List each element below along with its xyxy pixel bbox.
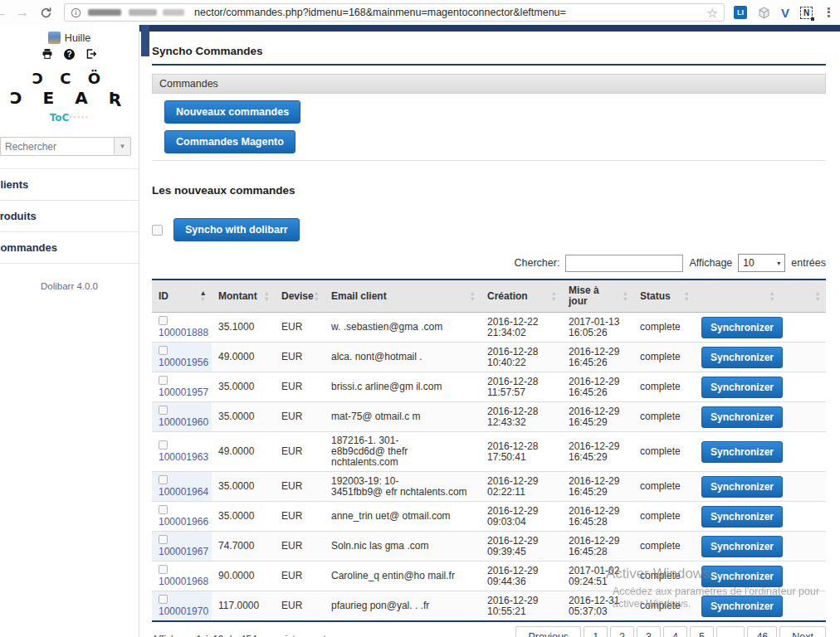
- nouveaux-commandes-button[interactable]: Nouveaux commandes: [164, 100, 300, 124]
- synchronizer-button[interactable]: Synchronizer: [701, 347, 783, 368]
- column-header-extra[interactable]: ▲▼: [780, 280, 826, 313]
- update-cell: 2016-12-31 05:37:03: [562, 591, 633, 622]
- synchronizer-button[interactable]: Synchronizer: [701, 317, 783, 338]
- order-id-link[interactable]: 100001957: [159, 387, 205, 398]
- row-checkbox[interactable]: [159, 565, 168, 574]
- column-header-id[interactable]: ID ▲▼: [152, 280, 212, 313]
- forward-icon[interactable]: →: [16, 6, 29, 19]
- order-id-link[interactable]: 100001966: [159, 517, 205, 528]
- row-checkbox[interactable]: [159, 475, 168, 484]
- table-row: 100001963 49.0000 EUR 187216-1. 301- e8b…: [152, 432, 826, 472]
- page-info-icon[interactable]: [71, 7, 81, 18]
- order-id-link[interactable]: 100001970: [159, 606, 205, 617]
- row-checkbox[interactable]: [159, 316, 168, 325]
- column-header-email[interactable]: Email client ▲▼: [325, 280, 481, 313]
- back-icon[interactable]: ←: [0, 6, 7, 19]
- column-header-status[interactable]: Status ▲▼: [633, 280, 695, 313]
- extra-cell: [780, 372, 826, 402]
- row-checkbox[interactable]: [159, 535, 168, 544]
- user-row[interactable]: Huille: [0, 32, 139, 44]
- synchronizer-button[interactable]: Synchronizer: [701, 377, 783, 398]
- update-cell: 2017-01-02 09:24:51: [562, 562, 633, 591]
- synchronizer-button[interactable]: Synchronizer: [701, 476, 783, 498]
- synchronizer-button[interactable]: Synchronizer: [701, 506, 783, 528]
- pagination-button[interactable]: 46: [747, 626, 777, 637]
- synchronizer-button[interactable]: Synchronizer: [701, 536, 783, 557]
- update-cell: 2016-12-29 16:45:29: [562, 402, 633, 432]
- column-header-mise-a-jour[interactable]: Mise à jour ▲▼: [562, 280, 633, 313]
- pagination-button[interactable]: 1: [584, 626, 608, 637]
- email-cell: 192003-19: 10- 3451fbb9@ efr nchtalents.…: [325, 472, 481, 502]
- status-cell: complete: [633, 591, 695, 622]
- row-checkbox[interactable]: [159, 505, 168, 514]
- row-checkbox[interactable]: [159, 376, 168, 385]
- order-id-link[interactable]: 100001968: [159, 576, 205, 587]
- order-id-link[interactable]: 100001888: [159, 328, 205, 338]
- row-checkbox[interactable]: [159, 406, 168, 415]
- n-clipper-extension-icon[interactable]: N: [800, 7, 813, 19]
- sort-icon: ▲▼: [769, 290, 775, 302]
- browser-menu-icon[interactable]: ⋮: [823, 5, 835, 20]
- select-all-checkbox[interactable]: [152, 225, 163, 236]
- page-size-select[interactable]: 10 ▾: [738, 254, 785, 272]
- email-cell: brissi.c arline@gm il.com: [325, 372, 481, 402]
- logout-icon[interactable]: [85, 48, 97, 60]
- pagination-button[interactable]: 2: [610, 626, 634, 637]
- sort-icon: ▲▼: [684, 290, 690, 302]
- row-checkbox[interactable]: [159, 440, 168, 450]
- pagination-button[interactable]: Previous: [515, 626, 581, 637]
- sidebar-menu-item[interactable]: Produits: [0, 200, 139, 231]
- pagination-button[interactable]: 4: [663, 626, 687, 637]
- cube-extension-icon[interactable]: [758, 7, 770, 19]
- column-header-action[interactable]: ▲▼: [695, 280, 780, 313]
- table-row: 100001964 35.0000 EUR 192003-19: 10- 345…: [152, 472, 826, 502]
- column-header-creation[interactable]: Création ▲▼: [481, 280, 562, 313]
- syncho-with-dolibarr-button[interactable]: Syncho with dolibarr: [173, 218, 300, 241]
- logo-subtext-tail: ·····: [69, 112, 89, 124]
- status-cell: complete: [633, 502, 695, 532]
- v-extension-icon[interactable]: V: [781, 7, 789, 19]
- creation-cell: 2016-12-29 09:03:04: [481, 502, 562, 532]
- commandes-magento-button[interactable]: Commandes Magento: [164, 130, 295, 153]
- extra-cell: [780, 402, 826, 432]
- bookmark-star-icon[interactable]: ☆: [707, 7, 718, 19]
- search-input[interactable]: [0, 137, 114, 156]
- title-underline: [152, 64, 826, 66]
- status-cell: complete: [633, 432, 695, 472]
- synchronizer-button[interactable]: Synchronizer: [701, 441, 783, 463]
- synchronizer-button[interactable]: Synchronizer: [701, 566, 783, 587]
- synchronizer-button[interactable]: Synchronizer: [701, 596, 783, 617]
- row-checkbox[interactable]: [159, 595, 168, 604]
- sort-icon: ▲▼: [200, 290, 207, 302]
- order-id-link[interactable]: 100001960: [159, 417, 205, 428]
- synchronizer-button[interactable]: Synchronizer: [701, 406, 783, 428]
- pagination-ellipsis: …: [716, 626, 745, 637]
- row-checkbox[interactable]: [159, 346, 168, 355]
- sidebar-menu: Clients Produits Commandes: [0, 168, 139, 264]
- table-search-input[interactable]: [565, 255, 683, 272]
- sidebar-menu-item[interactable]: Clients: [0, 168, 139, 200]
- help-icon[interactable]: ?: [64, 49, 75, 60]
- avatar: [48, 32, 61, 44]
- pagination-button[interactable]: Next: [779, 626, 826, 637]
- address-bar[interactable]: nector/commandes.php?idmenu=168&mainmenu…: [64, 3, 725, 22]
- reload-icon[interactable]: [40, 7, 52, 19]
- order-id-link[interactable]: 100001956: [159, 357, 205, 368]
- sidebar-menu-item[interactable]: Commandes: [0, 231, 139, 264]
- search-options-button[interactable]: ▼: [114, 137, 131, 156]
- action-cell: Synchronizer: [695, 372, 780, 402]
- print-icon[interactable]: [42, 48, 53, 60]
- devise-cell: EUR: [275, 502, 325, 532]
- status-cell: complete: [633, 372, 695, 402]
- order-id-link[interactable]: 100001963: [159, 452, 205, 463]
- order-id-link[interactable]: 100001967: [159, 547, 205, 557]
- li-extension-icon[interactable]: LI: [734, 6, 747, 19]
- pagination-button[interactable]: 3: [637, 626, 661, 637]
- creation-cell: 2016-12-29 10:55:21: [481, 591, 562, 622]
- column-header-montant[interactable]: Montant ▲▼: [212, 280, 275, 313]
- order-id-link[interactable]: 100001964: [159, 487, 205, 498]
- column-header-devise[interactable]: Devise ▲▼: [275, 280, 325, 313]
- table-row: 100001957 35.0000 EUR brissi.c arline@gm…: [152, 372, 826, 402]
- pagination-button[interactable]: 5: [690, 626, 714, 637]
- sort-icon: ▲▼: [815, 290, 821, 302]
